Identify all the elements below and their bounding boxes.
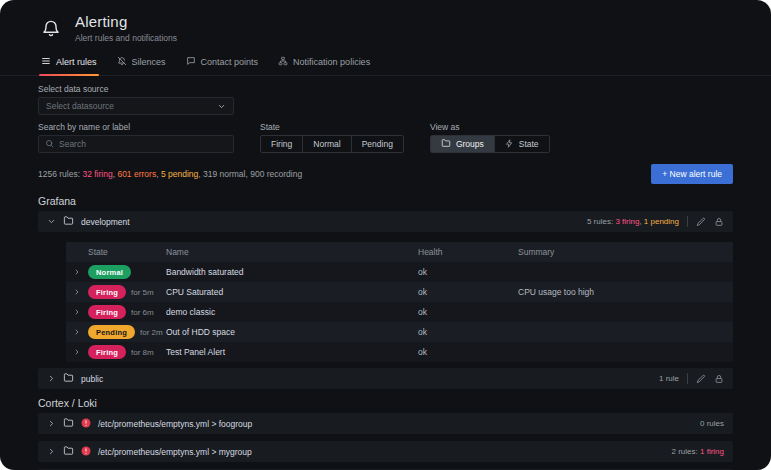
page-header: Alerting Alert rules and notifications (0, 0, 771, 49)
tab-alert-rules[interactable]: Alert rules (32, 49, 106, 75)
page-title: Alerting (75, 13, 177, 30)
view-as-label: View as (430, 122, 550, 132)
for-duration: for 5m (131, 288, 154, 297)
for-duration: for 8m (131, 348, 154, 357)
rule-group-public[interactable]: public 1 rule (38, 368, 733, 389)
comment-icon (186, 56, 196, 68)
chevron-right-icon[interactable] (47, 419, 56, 428)
state-filter-pending[interactable]: Pending (352, 136, 403, 152)
search-box[interactable] (38, 135, 234, 153)
tab-contact-points[interactable]: Contact points (177, 49, 268, 75)
lock-icon (714, 374, 724, 384)
datasource-select[interactable]: Select datasource (38, 97, 234, 115)
group-meta: 1 rule (659, 373, 724, 384)
section-grafana: Grafana (0, 192, 771, 211)
folder-icon (63, 445, 74, 458)
rules-firing-count: 32 firing (82, 169, 112, 179)
group-rule-counts: 5 rules: 3 firing, 1 pending (587, 217, 679, 226)
group-firing: 3 firing (615, 217, 639, 226)
col-name: Name (166, 247, 418, 257)
group-name: public (81, 374, 103, 384)
state-badge: Normal (88, 265, 131, 279)
view-as-groups-button[interactable]: Groups (431, 136, 495, 152)
group-name: /etc/prometheus/emptyns.yml > mygroup (98, 447, 252, 457)
alerting-bell-icon (38, 15, 64, 41)
state-filter-normal[interactable]: Normal (303, 136, 351, 152)
group-firing: 1 firing (700, 447, 724, 456)
chevron-right-icon[interactable] (66, 268, 88, 276)
state-badge: Firing (88, 305, 126, 319)
page-subtitle: Alert rules and notifications (75, 33, 177, 43)
edit-group-button[interactable] (696, 217, 706, 227)
rule-health: ok (418, 307, 518, 317)
datasource-label: Select data source (38, 84, 733, 94)
rule-health: ok (418, 347, 518, 357)
rule-health: ok (418, 327, 518, 337)
tab-label: Contact points (201, 57, 259, 67)
datasource-placeholder: Select datasource (46, 101, 114, 111)
rules-table: State Name Health Summary Normal Bandwid… (66, 242, 733, 362)
for-duration: for 2m (140, 328, 163, 337)
state-button-group: Firing Normal Pending (260, 135, 404, 153)
view-as-state-button[interactable]: State (495, 136, 549, 152)
rule-health: ok (418, 267, 518, 277)
group-meta: 2 rules: 1 firing (672, 447, 724, 456)
group-total: 5 rules: (587, 217, 615, 226)
new-alert-rule-button[interactable]: + New alert rule (651, 164, 733, 184)
table-row[interactable]: Firingfor 8m Test Panel Alert ok (66, 342, 733, 362)
table-row[interactable]: Firingfor 6m demo classic ok (66, 302, 733, 322)
tab-label: Alert rules (56, 57, 97, 67)
chevron-right-icon[interactable] (66, 288, 88, 296)
chevron-right-icon[interactable] (47, 447, 56, 456)
group-pending: 1 pending (644, 217, 679, 226)
group-rule-counts: 1 rule (659, 374, 679, 383)
group-name: /etc/prometheus/emptyns.yml > foogroup (98, 419, 252, 429)
folder-icon (63, 372, 74, 385)
chevron-right-icon[interactable] (47, 374, 56, 383)
rule-name: demo classic (166, 307, 418, 317)
header-text: Alerting Alert rules and notifications (75, 13, 177, 43)
tab-notification-policies[interactable]: Notification policies (269, 49, 379, 75)
rule-health: ok (418, 287, 518, 297)
tab-silences[interactable]: Silences (108, 49, 175, 75)
chevron-right-icon[interactable] (66, 348, 88, 356)
rule-group-mygroup[interactable]: /etc/prometheus/emptyns.yml > mygroup 2 … (38, 441, 733, 462)
rule-group-development[interactable]: development 5 rules: 3 firing, 1 pending (38, 211, 733, 232)
group-rule-counts: 2 rules: 1 firing (672, 447, 724, 456)
table-row[interactable]: Normal Bandwidth saturated ok (66, 262, 733, 282)
rule-name: Out of HDD space (166, 327, 418, 337)
bolt-icon (505, 139, 514, 150)
table-row[interactable]: Pendingfor 2m Out of HDD space ok (66, 322, 733, 342)
filters-panel: Select data source Select datasource Sea… (0, 76, 771, 153)
chevron-right-icon[interactable] (66, 308, 88, 316)
search-label: Search by name or label (38, 122, 234, 132)
edit-group-button[interactable] (696, 374, 706, 384)
view-as-filter: View as Groups State (430, 122, 550, 153)
view-as-groups-label: Groups (456, 139, 484, 149)
table-header: State Name Health Summary (66, 242, 733, 262)
rule-name: Bandwidth saturated (166, 267, 418, 277)
state-filter-firing[interactable]: Firing (261, 136, 303, 152)
state-badge: Pending (88, 325, 135, 339)
tab-label: Silences (132, 57, 166, 67)
bell-slash-icon (117, 56, 127, 68)
section-cortex-loki: Cortex / Loki (0, 389, 771, 413)
group-meta: 0 rules (700, 419, 724, 428)
group-meta: 5 rules: 3 firing, 1 pending (587, 216, 724, 227)
group-name: development (81, 217, 130, 227)
stats-row: 1256 rules: 32 firing, 601 errors, 5 pen… (0, 153, 771, 192)
table-row[interactable]: Firingfor 5m CPU Saturated ok CPU usage … (66, 282, 733, 302)
state-label: State (260, 122, 404, 132)
error-circle-icon (81, 446, 91, 458)
search-input[interactable] (59, 139, 227, 149)
chevron-down-icon[interactable] (47, 217, 56, 226)
rules-pending-count: 5 pending (161, 169, 198, 179)
error-circle-icon (81, 418, 91, 430)
search-filter: Search by name or label (38, 122, 234, 153)
folder-icon (63, 417, 74, 430)
chevron-right-icon[interactable] (66, 328, 88, 336)
chevron-down-icon (217, 102, 226, 111)
rule-group-foogroup[interactable]: /etc/prometheus/emptyns.yml > foogroup 0… (38, 413, 733, 434)
folder-icon (63, 215, 74, 228)
sitemap-icon (278, 56, 288, 68)
